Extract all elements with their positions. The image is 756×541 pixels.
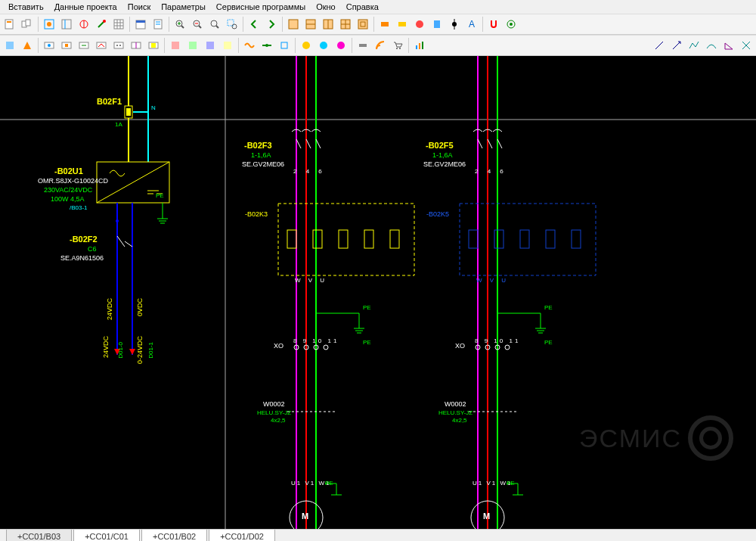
label-b02k5: -B02K5	[426, 210, 449, 218]
tool2-cross-icon[interactable]	[738, 37, 754, 54]
svg-rect-68	[206, 42, 214, 49]
label-m-1: M	[302, 511, 308, 521]
tool-comp-4[interactable]	[429, 16, 445, 33]
menu-bar: Вставить Данные проекта Поиск Параметры …	[0, 0, 756, 14]
tool-doc-icon[interactable]	[150, 16, 166, 33]
tab-1[interactable]: +CC01/B03	[6, 530, 72, 541]
tool2-curve-icon[interactable]	[703, 37, 720, 54]
svg-rect-17	[136, 20, 145, 23]
tool-magnet-icon[interactable]	[485, 16, 502, 33]
tool2-btn-2[interactable]	[19, 37, 36, 54]
tab-4[interactable]: +CC01/D02	[209, 530, 275, 541]
tool-snap-icon[interactable]	[503, 16, 519, 33]
label-pe-m1: PE	[325, 480, 333, 487]
svg-rect-115	[287, 230, 296, 248]
label-m-2: M	[483, 511, 490, 521]
tool-grid-a[interactable]	[285, 16, 302, 33]
tool-btn-4[interactable]	[58, 16, 75, 33]
tool2-btn-8[interactable]	[128, 37, 144, 54]
svg-rect-142	[572, 230, 581, 248]
tool-grid-icon[interactable]	[110, 16, 127, 33]
tool-comp-2[interactable]	[394, 16, 411, 33]
tool-nav-left-icon[interactable]	[246, 16, 262, 33]
gear-icon	[688, 415, 733, 461]
label-b02f5: -B02F5	[426, 141, 454, 150]
menu-parameters[interactable]: Параметры	[156, 2, 211, 11]
menu-project-data[interactable]: Данные проекта	[49, 2, 122, 11]
tool-grid-b[interactable]	[302, 16, 319, 33]
tool-grid-c[interactable]	[320, 16, 336, 33]
tool-btn-3[interactable]	[41, 16, 57, 33]
label-pe-m2: PE	[507, 480, 515, 487]
svg-point-28	[211, 20, 217, 26]
label-pe-2b: PE	[544, 339, 553, 346]
label-024vdc: 0-24VDC	[136, 336, 144, 364]
tool-node-icon[interactable]	[446, 16, 463, 33]
tool2-btn-5[interactable]	[76, 37, 92, 54]
svg-rect-117	[339, 230, 348, 248]
schematic-canvas[interactable]: B02F1 N 1A -B02U1 OMR.S8JX-G10024CD 230V…	[0, 56, 756, 529]
tool2-cart-icon[interactable]	[389, 37, 406, 54]
tool-grid-d[interactable]	[337, 16, 354, 33]
tool-btn-1[interactable]	[2, 16, 18, 33]
tool2-btn-1[interactable]	[2, 37, 18, 54]
label-w0002-2: W0002	[445, 400, 466, 408]
svg-rect-1	[7, 21, 11, 23]
tool-zoom-fit-icon[interactable]	[206, 16, 223, 33]
tab-3[interactable]: +CC01/B02	[141, 530, 207, 541]
svg-rect-40	[358, 20, 367, 29]
tool2-btn-7[interactable]	[110, 37, 127, 54]
tool2-btn-11[interactable]	[184, 37, 201, 54]
tool2-chart-icon[interactable]	[411, 37, 428, 54]
menu-insert[interactable]: Вставить	[3, 2, 49, 11]
tool-comp-3[interactable]	[411, 16, 428, 33]
tool2-btn-16[interactable]	[276, 37, 293, 54]
tool-grid-e[interactable]	[355, 16, 371, 33]
label-n: N	[151, 104, 156, 111]
tool2-btn-15[interactable]	[259, 37, 275, 54]
tool2-btn-6[interactable]	[93, 37, 110, 54]
tool2-btn-4[interactable]	[58, 37, 75, 54]
tool2-btn-17[interactable]	[298, 37, 314, 54]
tool-btn-2[interactable]	[19, 16, 36, 33]
svg-point-61	[119, 45, 121, 46]
svg-rect-45	[434, 20, 440, 28]
label-wvu-1: W V U	[295, 277, 327, 284]
tool-zoom-region-icon[interactable]	[224, 16, 240, 33]
tool2-angle-icon[interactable]	[720, 37, 737, 54]
tool2-btn-18[interactable]	[315, 37, 332, 54]
tool-text-icon[interactable]: A	[463, 16, 480, 33]
tool2-btn-14[interactable]	[241, 37, 258, 54]
tool-nav-right-icon[interactable]	[263, 16, 280, 33]
tool2-btn-19[interactable]	[333, 37, 349, 54]
tool2-polyline-icon[interactable]	[686, 37, 702, 54]
svg-rect-65	[151, 43, 156, 48]
tool-btn-5[interactable]	[76, 16, 92, 33]
svg-point-60	[116, 45, 118, 46]
tool2-btn-13[interactable]	[219, 37, 236, 54]
tool2-arrow-icon[interactable]	[668, 37, 685, 54]
tab-2[interactable]: +CC01/C01	[73, 530, 140, 541]
menu-window[interactable]: Окно	[311, 2, 341, 11]
tool2-btn-10[interactable]	[167, 37, 184, 54]
tool-zoom-out-icon[interactable]	[189, 16, 206, 33]
tool2-line-icon[interactable]	[651, 37, 668, 54]
tool2-btn-20[interactable]	[355, 37, 371, 54]
label-u1-rating: 230VAC/24VDC	[44, 186, 92, 194]
svg-rect-118	[364, 230, 373, 248]
tool-calendar-icon[interactable]	[132, 16, 149, 33]
menu-service-programs[interactable]: Сервисные программы	[211, 2, 311, 11]
svg-rect-116	[313, 230, 322, 248]
tool2-btn-12[interactable]	[202, 37, 218, 54]
svg-rect-11	[114, 20, 123, 29]
menu-search[interactable]: Поиск	[122, 2, 156, 11]
svg-point-71	[265, 44, 268, 47]
svg-point-75	[337, 42, 345, 49]
tool-btn-6[interactable]	[93, 16, 110, 33]
tool2-rss-icon[interactable]	[372, 37, 389, 54]
tool-comp-1[interactable]	[376, 16, 393, 33]
tool2-btn-3[interactable]	[41, 37, 57, 54]
tool2-btn-9[interactable]	[145, 37, 162, 54]
tool-zoom-in-icon[interactable]	[172, 16, 188, 33]
menu-help[interactable]: Справка	[341, 2, 384, 11]
